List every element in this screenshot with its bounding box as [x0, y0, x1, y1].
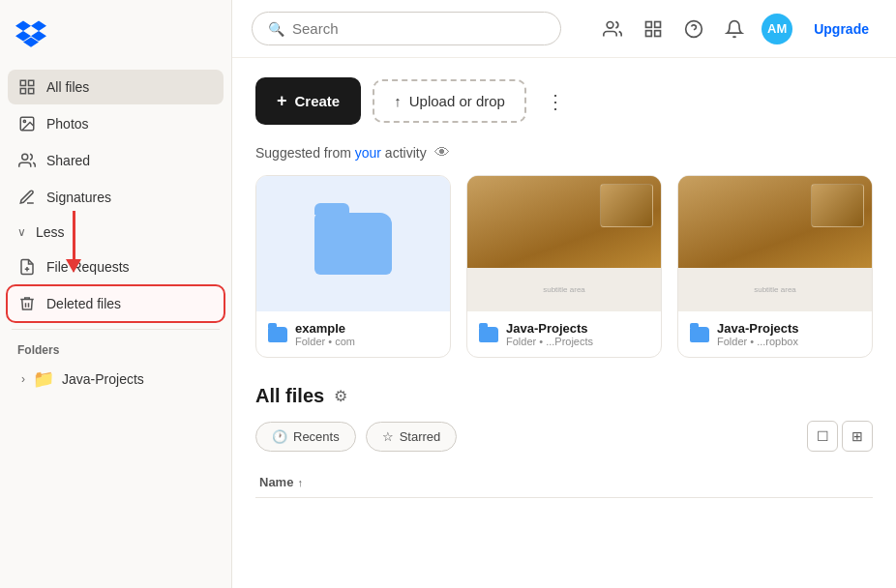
sidebar-item-less[interactable]: ∨ Less [8, 217, 224, 248]
card-meta-2: Folder • ...Projects [506, 336, 649, 347]
svg-point-6 [22, 154, 28, 160]
action-row: + Create ↑ Upload or drop ⋮ [255, 77, 873, 125]
help-icon[interactable] [680, 15, 707, 43]
card-name-2: Java-Projects [506, 321, 649, 336]
dropbox-logo[interactable] [0, 12, 231, 70]
card-info-3: Java-Projects Folder • ...ropbox [678, 311, 872, 357]
card-info-2: Java-Projects Folder • ...Projects [467, 311, 661, 357]
folder-thumbnail-icon [314, 213, 392, 275]
view-toggle: ☐ ⊞ [807, 421, 873, 452]
topbar: 🔍 AM Upgrade [232, 0, 896, 58]
svg-rect-1 [29, 80, 34, 85]
sidebar-item-all-files[interactable]: All files [8, 70, 224, 104]
star-icon: ☆ [382, 429, 394, 444]
people-icon[interactable] [599, 15, 626, 43]
sidebar-divider [12, 329, 220, 330]
suggested-highlight: your [355, 145, 381, 161]
sort-arrow-icon: ↑ [297, 477, 303, 488]
sidebar: All files Photos Shared Signatures ∨ Les… [0, 0, 232, 588]
bell-icon[interactable] [721, 15, 748, 43]
search-input[interactable] [292, 20, 545, 37]
card-name: example [295, 321, 438, 336]
main-content: 🔍 AM Upgrade + Create [232, 0, 896, 588]
card-example[interactable]: example Folder • com [255, 175, 451, 358]
svg-point-5 [23, 120, 25, 122]
sidebar-item-deleted-files[interactable]: Deleted files [8, 286, 224, 321]
svg-rect-11 [655, 21, 661, 27]
col-name-label: Name [259, 475, 293, 489]
col-name-header[interactable]: Name ↑ [259, 475, 303, 489]
card-name-3: Java-Projects [717, 321, 860, 336]
tab-starred[interactable]: ☆ Starred [366, 422, 458, 452]
card-thumbnail-2: subtitle area [467, 176, 661, 311]
folder-dot-icon-3 [690, 327, 709, 342]
anime-overlay-small [600, 184, 653, 227]
allfiles-header: All files ⚙ [255, 385, 873, 407]
folder-dot-icon-2 [479, 327, 498, 342]
card-text-2: Java-Projects Folder • ...Projects [506, 321, 649, 347]
sidebar-item-label: Less [36, 224, 65, 240]
tab-recents-label: Recents [293, 429, 340, 444]
sidebar-item-photos[interactable]: Photos [8, 106, 224, 141]
suggested-text: Suggested from your activity [255, 145, 427, 161]
svg-rect-3 [29, 89, 34, 94]
sidebar-folder-java-projects[interactable]: › 📁 Java-Projects [0, 363, 231, 396]
files-icon [17, 77, 37, 97]
grid-view-button[interactable]: ⊞ [842, 421, 873, 452]
svg-rect-0 [20, 80, 25, 85]
create-button[interactable]: + Create [255, 77, 361, 125]
allfiles-title: All files [255, 385, 324, 407]
sidebar-item-label: File Requests [46, 259, 130, 275]
upgrade-button[interactable]: Upgrade [806, 17, 877, 41]
card-meta: Folder • com [295, 336, 438, 347]
svg-rect-13 [655, 30, 661, 36]
signatures-icon [17, 188, 37, 207]
folder-label: Java-Projects [62, 371, 144, 387]
eye-icon[interactable]: 👁 [434, 144, 450, 162]
shared-icon [17, 151, 37, 170]
svg-point-9 [607, 21, 613, 28]
svg-rect-12 [646, 30, 652, 36]
settings-icon[interactable]: ⚙ [334, 387, 347, 405]
card-meta-3: Folder • ...ropbox [717, 336, 860, 347]
card-java-projects-1[interactable]: subtitle area Java-Projects Folder • ...… [466, 175, 662, 358]
sub-strip-3: subtitle area [678, 268, 872, 311]
chevron-right-icon: › [21, 372, 25, 386]
content-area: + Create ↑ Upload or drop ⋮ Suggested fr… [232, 58, 896, 517]
card-thumbnail-3: subtitle area [678, 176, 872, 311]
cards-grid: example Folder • com subtitle area Java-… [255, 175, 873, 358]
more-button[interactable]: ⋮ [538, 84, 573, 119]
upload-icon: ↑ [394, 93, 402, 109]
card-thumbnail [256, 176, 450, 311]
sidebar-item-label: Deleted files [46, 296, 121, 311]
card-info: example Folder • com [256, 311, 450, 357]
card-java-projects-2[interactable]: subtitle area Java-Projects Folder • ...… [677, 175, 873, 358]
sidebar-item-file-requests[interactable]: File Requests [8, 250, 224, 284]
search-box[interactable]: 🔍 [252, 12, 561, 45]
grid-icon[interactable] [640, 15, 667, 43]
svg-rect-2 [20, 89, 25, 94]
svg-rect-10 [646, 21, 652, 27]
sidebar-item-label: Photos [46, 116, 89, 132]
card-text-3: Java-Projects Folder • ...ropbox [717, 321, 860, 347]
topbar-right: AM Upgrade [599, 14, 877, 44]
suggested-label: Suggested from your activity 👁 [255, 144, 873, 162]
sub-strip: subtitle area [467, 268, 661, 311]
list-view-button[interactable]: ☐ [807, 421, 838, 452]
sidebar-item-label: Signatures [46, 190, 111, 205]
upload-button[interactable]: ↑ Upload or drop [373, 79, 526, 123]
folder-icon: 📁 [33, 368, 54, 390]
tabs-row: 🕐 Recents ☆ Starred ☐ ⊞ [255, 421, 873, 452]
sidebar-item-signatures[interactable]: Signatures [8, 180, 224, 215]
photos-icon [17, 114, 37, 133]
clock-icon: 🕐 [272, 429, 287, 444]
plus-icon: + [277, 91, 287, 111]
search-icon: 🔍 [268, 21, 284, 37]
sidebar-nav: All files Photos Shared Signatures ∨ Les… [0, 70, 231, 321]
sidebar-item-shared[interactable]: Shared [8, 143, 224, 178]
sidebar-item-label: All files [46, 79, 89, 95]
table-header: Name ↑ [255, 467, 873, 498]
sidebar-item-label: Shared [46, 153, 90, 168]
avatar[interactable]: AM [762, 14, 792, 44]
tab-recents[interactable]: 🕐 Recents [255, 422, 356, 452]
